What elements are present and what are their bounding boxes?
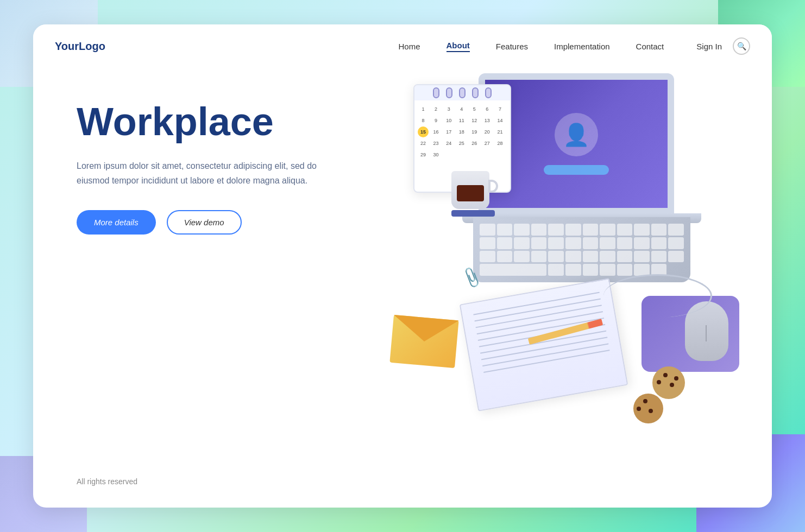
key xyxy=(497,224,513,236)
calendar-day: 28 xyxy=(494,138,505,149)
key xyxy=(480,224,495,236)
notebook-line xyxy=(483,350,610,373)
key xyxy=(583,264,599,276)
key xyxy=(617,237,633,249)
key xyxy=(600,264,615,276)
calendar-day: 26 xyxy=(469,138,480,149)
more-details-button[interactable]: More details xyxy=(77,210,156,235)
chocolate-dot xyxy=(637,407,641,411)
calendar-day: 30 xyxy=(431,149,442,160)
footer-copyright: All rights reserved xyxy=(77,477,137,486)
search-button[interactable]: 🔍 xyxy=(733,37,750,55)
key xyxy=(617,264,633,276)
nav-about[interactable]: About xyxy=(446,41,470,52)
calendar-ring xyxy=(433,87,439,98)
nav-home[interactable]: Home xyxy=(398,42,420,51)
envelope xyxy=(389,315,458,368)
calendar-day: 18 xyxy=(456,126,467,137)
nav-features[interactable]: Features xyxy=(496,42,528,51)
key xyxy=(514,251,530,263)
key xyxy=(583,237,599,249)
calendar-day: 12 xyxy=(469,115,480,126)
calendar-day: 25 xyxy=(456,138,467,149)
calendar-day: 23 xyxy=(431,138,442,149)
calendar-day: 6 xyxy=(482,104,493,115)
hero-buttons: More details View demo xyxy=(77,210,326,235)
cookie-2 xyxy=(633,394,663,423)
key xyxy=(497,251,513,263)
search-icon: 🔍 xyxy=(737,42,746,50)
hero-content: Workplace Lorem ipsum dolor sit amet, co… xyxy=(77,100,326,235)
nav-right: Sign In 🔍 xyxy=(696,37,750,55)
calendar-ring xyxy=(446,87,452,98)
cookie-1 xyxy=(652,366,685,399)
view-demo-button[interactable]: View demo xyxy=(167,210,242,235)
mouse-button-divider xyxy=(706,325,707,341)
cup-saucer xyxy=(451,210,495,217)
chocolate-dot xyxy=(670,383,674,387)
user-avatar-icon: 👤 xyxy=(563,122,590,148)
key xyxy=(668,237,684,249)
calendar-day: 1 xyxy=(418,104,429,115)
nav-implementation[interactable]: Implementation xyxy=(554,42,610,51)
key xyxy=(548,264,564,276)
calendar-day-highlighted: 15 xyxy=(418,126,429,137)
nav-contact[interactable]: Contact xyxy=(636,42,664,51)
cup-body xyxy=(451,171,489,209)
navbar: YourLogo Home About Features Implementat… xyxy=(33,24,772,68)
calendar-day: 29 xyxy=(418,149,429,160)
key xyxy=(600,237,615,249)
key xyxy=(651,224,667,236)
calendar-day: 2 xyxy=(431,104,442,115)
hero-description: Lorem ipsum dolor sit amet, consectetur … xyxy=(77,159,326,188)
key xyxy=(668,251,684,263)
key xyxy=(497,237,513,249)
key xyxy=(600,224,615,236)
calendar-day: 11 xyxy=(456,115,467,126)
calendar-day: 16 xyxy=(431,126,442,137)
envelope-flap xyxy=(392,315,459,347)
calendar-day: 19 xyxy=(469,126,480,137)
calendar-day: 10 xyxy=(443,115,454,126)
calendar-day: 8 xyxy=(418,115,429,126)
mouse-wire xyxy=(603,274,712,318)
key xyxy=(617,251,633,263)
calendar-day: 24 xyxy=(443,138,454,149)
key xyxy=(531,224,547,236)
key xyxy=(514,224,530,236)
sign-in-link[interactable]: Sign In xyxy=(696,42,722,51)
key xyxy=(531,251,547,263)
notebook xyxy=(460,278,628,411)
main-card: YourLogo Home About Features Implementat… xyxy=(33,24,772,508)
key xyxy=(514,237,530,249)
key xyxy=(583,251,599,263)
calendar-ring xyxy=(459,87,466,98)
key xyxy=(480,237,495,249)
calendar-day: 27 xyxy=(482,138,493,149)
calendar-ring xyxy=(472,87,479,98)
key xyxy=(548,224,564,236)
calendar-day: 14 xyxy=(494,115,505,126)
chocolate-dot xyxy=(663,373,668,377)
laptop-keyboard xyxy=(473,217,690,282)
key xyxy=(634,237,650,249)
chocolate-dot xyxy=(643,399,647,403)
key xyxy=(565,224,581,236)
calendar-day: 9 xyxy=(431,115,442,126)
calendar-ring xyxy=(485,87,492,98)
avatar-circle: 👤 xyxy=(555,113,598,156)
key xyxy=(668,224,684,236)
key xyxy=(565,251,581,263)
login-bar xyxy=(544,165,609,175)
key xyxy=(565,264,581,276)
hero-title: Workplace xyxy=(77,100,326,143)
notebook-line xyxy=(473,292,600,315)
calendar-day: 4 xyxy=(456,104,467,115)
calendar-rings xyxy=(414,85,510,100)
key xyxy=(651,251,667,263)
calendar-day: 3 xyxy=(443,104,454,115)
key xyxy=(480,264,546,276)
calendar-day: 13 xyxy=(482,115,493,126)
notebook-lines xyxy=(461,280,621,381)
key xyxy=(651,237,667,249)
